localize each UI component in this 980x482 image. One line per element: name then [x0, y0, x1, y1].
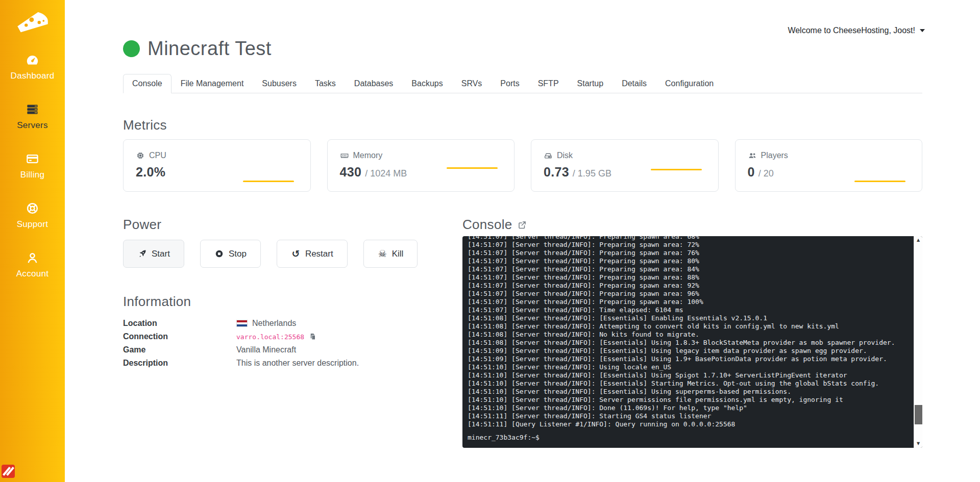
rocket-icon — [137, 249, 147, 259]
connection-address: varro.local:25568 — [236, 333, 304, 341]
netherlands-flag-icon — [236, 320, 248, 327]
cpu-icon — [136, 151, 145, 160]
tab-ports[interactable]: Ports — [491, 74, 528, 93]
sidebar-item-support[interactable]: Support — [0, 198, 65, 248]
restart-icon: ↺ — [291, 249, 301, 259]
metric-label: Disk — [557, 151, 573, 160]
sidebar-item-billing[interactable]: Billing — [0, 149, 65, 198]
skull-icon: ☠ — [378, 249, 387, 259]
server-tabs: Console File Management Subusers Tasks D… — [123, 74, 922, 93]
console-line: [14:51:10] [Server thread/INFO]: Done (1… — [468, 404, 907, 412]
console-line: [14:51:10] [Server thread/INFO]: Server … — [468, 396, 907, 404]
sidebar-nav: Dashboard Servers Billi — [0, 50, 65, 297]
red-badge-icon[interactable] — [2, 465, 15, 478]
console-log[interactable]: [14:51:07] [Server thread/INFO]: Prepari… — [468, 236, 907, 428]
game-value: Vanilla Minecraft — [236, 345, 296, 354]
memory-icon — [340, 151, 349, 160]
stop-icon — [214, 249, 224, 259]
sidebar-item-servers[interactable]: Servers — [0, 99, 65, 149]
metric-suffix: / 1.95 GB — [573, 168, 611, 179]
info-label: Game — [123, 345, 236, 354]
info-label: Description — [123, 359, 236, 368]
sidebar-item-account[interactable]: Account — [0, 248, 65, 297]
scroll-thumb[interactable] — [915, 405, 922, 424]
sidebar-item-dashboard[interactable]: Dashboard — [0, 50, 65, 99]
info-label: Connection — [123, 332, 236, 341]
start-button-label: Start — [152, 249, 170, 259]
metric-value: 0 — [748, 165, 755, 180]
tab-file-management[interactable]: File Management — [172, 74, 253, 93]
disk-icon — [544, 151, 553, 160]
tab-sftp[interactable]: SFTP — [529, 74, 568, 93]
metric-value: 2.0% — [136, 165, 165, 180]
tab-backups[interactable]: Backups — [402, 74, 452, 93]
tab-srvs[interactable]: SRVs — [452, 74, 492, 93]
user-menu[interactable]: Welcome to CheeseHosting, Joost! — [788, 26, 925, 35]
life-ring-icon — [26, 201, 39, 215]
sidebar-item-label: Servers — [17, 120, 48, 131]
tab-details[interactable]: Details — [612, 74, 656, 93]
restart-button[interactable]: ↺ Restart — [277, 240, 348, 268]
console-line: [14:51:08] [Server thread/INFO]: Attempt… — [468, 322, 907, 331]
user-icon — [26, 251, 39, 265]
tab-tasks[interactable]: Tasks — [306, 74, 345, 93]
console-line: [14:51:09] [Server thread/INFO]: [Essent… — [468, 355, 907, 363]
kill-button[interactable]: ☠ Kill — [363, 240, 418, 268]
tab-console[interactable]: Console — [123, 74, 172, 93]
information-rows: Location Netherlands Connection varro.lo… — [123, 318, 454, 368]
cheese-logo-icon — [15, 8, 50, 37]
metric-card-cpu: CPU 2.0% — [123, 139, 311, 192]
sidebar-item-label: Support — [17, 219, 48, 230]
console-line: [14:51:10] [Server thread/INFO]: [Essent… — [468, 371, 907, 379]
tab-configuration[interactable]: Configuration — [656, 74, 723, 93]
console-heading: Console — [462, 217, 512, 233]
left-column: Power Start Stop ↺ Restart ☠ Kill — [123, 217, 454, 371]
console-line: [14:51:11] [Server thread/INFO]: Startin… — [468, 412, 907, 420]
players-icon — [748, 151, 757, 160]
server-title-row: Minecraft Test — [123, 38, 272, 60]
metric-label: Memory — [353, 151, 383, 160]
description-value: This is another server description. — [236, 359, 359, 368]
console-line: [14:51:07] [Server thread/INFO]: Prepari… — [468, 241, 907, 249]
metric-value: 0.73 — [544, 165, 569, 180]
info-row-connection: Connection varro.local:25568 — [123, 332, 454, 342]
copy-icon[interactable] — [309, 333, 316, 341]
tab-subusers[interactable]: Subusers — [253, 74, 306, 93]
power-heading: Power — [123, 217, 454, 233]
stop-button[interactable]: Stop — [200, 240, 261, 268]
sparkline — [651, 169, 702, 170]
status-dot — [123, 40, 140, 57]
metric-label: Players — [761, 151, 788, 160]
start-button[interactable]: Start — [123, 240, 184, 268]
tab-databases[interactable]: Databases — [345, 74, 403, 93]
billing-icon — [26, 152, 39, 166]
console-line: [14:51:08] [Server thread/INFO]: No kits… — [468, 331, 907, 339]
console-line: [14:51:08] [Server thread/INFO]: [Essent… — [468, 314, 907, 322]
sparkline — [447, 167, 498, 169]
sidebar-item-label: Billing — [20, 170, 44, 180]
metric-cards: CPU 2.0% Memory 430 / 1024 MB — [123, 139, 922, 192]
console-line: [14:51:07] [Server thread/INFO]: Prepari… — [468, 298, 907, 306]
dashboard-icon — [26, 53, 39, 67]
console-terminal[interactable]: [14:51:07] [Server thread/INFO]: Prepari… — [462, 236, 922, 448]
sidebar: Dashboard Servers Billi — [0, 0, 65, 482]
power-buttons: Start Stop ↺ Restart ☠ Kill — [123, 240, 454, 268]
sparkline — [243, 181, 294, 182]
metric-card-disk: Disk 0.73 / 1.95 GB — [531, 139, 719, 192]
location-value: Netherlands — [252, 319, 296, 328]
scroll-up-arrow[interactable]: ▲ — [914, 236, 922, 244]
console-section: Console [14:51:07] [Server thread/INFO]:… — [462, 217, 922, 448]
console-line: [14:51:07] [Server thread/INFO]: Prepari… — [468, 273, 907, 282]
info-row-description: Description This is another server descr… — [123, 358, 454, 368]
console-scrollbar[interactable]: ▲ ▼ — [914, 236, 922, 448]
tab-startup[interactable]: Startup — [568, 74, 613, 93]
metric-value: 430 — [340, 165, 362, 180]
scroll-down-arrow[interactable]: ▼ — [914, 440, 922, 448]
cheese-logo[interactable] — [0, 0, 65, 37]
metric-label: CPU — [149, 151, 166, 160]
stop-button-label: Stop — [229, 249, 247, 259]
sidebar-item-label: Dashboard — [11, 71, 55, 81]
metric-suffix: / 1024 MB — [365, 168, 407, 179]
external-link-icon[interactable] — [518, 220, 527, 230]
metric-suffix: / 20 — [758, 168, 774, 179]
